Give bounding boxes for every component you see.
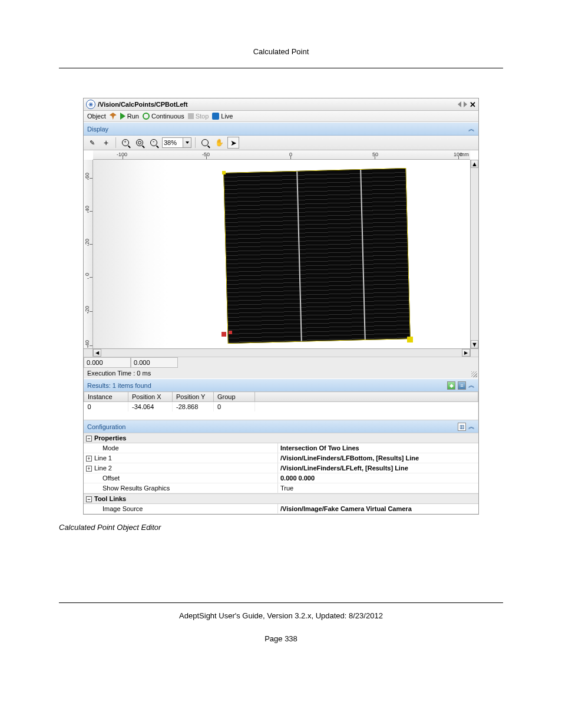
zoom-combo[interactable] [162, 137, 191, 148]
next-icon[interactable] [464, 101, 467, 107]
columns-icon[interactable]: ≡ [458, 381, 466, 390]
prop-key: +Line 2 [84, 463, 278, 473]
close-icon[interactable]: ✕ [470, 100, 476, 109]
expand-icon[interactable]: + [86, 466, 92, 472]
object-label: Object [87, 113, 106, 120]
scroll-right-icon[interactable]: ▶ [462, 349, 470, 357]
ruler-vertical: 60- 40- 20- 0- -20- -40- [84, 160, 93, 348]
vertical-scrollbar[interactable]: ▲ ▼ [470, 160, 478, 348]
col-position-y[interactable]: Position Y [173, 392, 214, 402]
coord-status: 0.000 0.000 [84, 357, 478, 368]
doc-header: Calculated Point [59, 47, 503, 68]
crosshair-button[interactable]: + [100, 137, 112, 149]
stop-label: Stop [196, 113, 209, 120]
prop-offset[interactable]: Offset 0.000 0.000 [84, 473, 478, 483]
cell-position-y: -28.868 [173, 402, 214, 412]
continuous-icon [143, 113, 150, 120]
ruler-tick: 50 [372, 151, 378, 157]
prop-value[interactable]: True [278, 483, 478, 493]
col-instance[interactable]: Instance [84, 392, 128, 402]
editor-window: ✳ /Vision/CalcPoints/CPBotLeft ✕ Object … [83, 98, 479, 515]
panel-icon[interactable]: ▥ [458, 423, 466, 431]
col-position-x[interactable]: Position X [128, 392, 173, 402]
chevron-up-icon: ︽ [468, 124, 475, 133]
tools-button[interactable]: ✎ [86, 137, 98, 149]
prop-line1[interactable]: +Line 1 /Vision/LineFinders/LFBottom, [R… [84, 453, 478, 463]
scroll-down-icon[interactable]: ▼ [471, 340, 478, 348]
zoom-input[interactable] [163, 139, 183, 146]
page-number: Page 338 [59, 634, 503, 643]
export-icon[interactable]: ◆ [447, 381, 455, 390]
prop-mode[interactable]: Mode Intersection Of Two Lines [84, 443, 478, 453]
collapse-icon[interactable]: − [86, 496, 92, 502]
prop-image-source[interactable]: Image Source /Vision/Image/Fake Camera V… [84, 504, 478, 514]
prop-show-results-graphics[interactable]: Show Results Graphics True [84, 483, 478, 493]
category-tool-links[interactable]: −Tool Links [84, 493, 478, 504]
prop-value[interactable]: Intersection Of Two Lines [278, 443, 478, 453]
figure-caption: Calculated Point Object Editor [59, 523, 503, 532]
zoom-fit-button[interactable] [134, 137, 146, 149]
prop-key: Mode [84, 443, 278, 453]
continuous-label: Continuous [151, 113, 184, 120]
result-point-marker [229, 331, 232, 334]
corner-marker [222, 171, 226, 174]
prop-key: Image Source [84, 504, 278, 513]
result-point-marker [222, 332, 226, 337]
prev-icon[interactable] [458, 101, 461, 107]
category-properties[interactable]: −Properties [84, 433, 478, 443]
prop-key: Offset [84, 473, 278, 483]
display-toolbar: ✎ + ✋ ➤ [84, 136, 478, 150]
prop-value[interactable]: /Vision/LineFinders/LFBottom, [Results] … [278, 453, 478, 463]
configuration-section-header[interactable]: Configuration ▥ ︽ [84, 420, 478, 433]
live-button[interactable]: Live [212, 113, 233, 120]
exec-time-label: Execution Time : 0 ms [87, 370, 151, 377]
zoom-dropdown-icon[interactable] [183, 138, 191, 147]
run-label: Run [127, 113, 139, 120]
main-toolbar: Object Run Continuous Stop Live [84, 111, 478, 122]
zoom-fit-icon [136, 139, 143, 146]
zoom-in-button[interactable] [120, 137, 131, 149]
prop-value[interactable]: /Vision/Image/Fake Camera Virtual Camera [278, 504, 478, 513]
expand-icon[interactable]: + [86, 456, 92, 462]
ruler-tick: -100 [117, 151, 127, 157]
prop-line2[interactable]: +Line 2 /Vision/LineFinders/LFLeft, [Res… [84, 463, 478, 473]
configuration-label: Configuration [87, 423, 125, 430]
magnifier-icon [201, 139, 209, 146]
scroll-left-icon[interactable]: ◀ [93, 349, 101, 357]
scroll-up-icon[interactable]: ▲ [471, 160, 478, 168]
display-section-header[interactable]: Display ︽ [84, 122, 478, 136]
col-group[interactable]: Group [214, 392, 255, 402]
prop-key: +Line 1 [84, 453, 278, 463]
run-button[interactable]: Run [120, 113, 139, 120]
zoom-in-icon [122, 139, 129, 146]
chevron-up-icon: ︽ [468, 381, 475, 390]
ruler-unit: mm [460, 151, 469, 157]
cell-group: 0 [214, 402, 255, 412]
pan-button[interactable]: ✋ [213, 137, 225, 149]
prop-key: Show Results Graphics [84, 483, 278, 493]
continuous-button[interactable]: Continuous [143, 113, 184, 120]
image-canvas[interactable] [93, 160, 470, 348]
prop-value[interactable]: 0.000 0.000 [278, 473, 478, 483]
live-icon [212, 113, 219, 120]
status-y: 0.000 [131, 357, 178, 368]
stop-button[interactable]: Stop [188, 113, 209, 120]
corner-marker [407, 337, 413, 342]
results-table: Instance Position X Position Y Group 0 -… [84, 391, 478, 420]
zoom-out-button[interactable] [148, 137, 160, 149]
window-title: /Vision/CalcPoints/CPBotLeft [98, 101, 458, 108]
table-row[interactable]: 0 -34.064 -28.868 0 [84, 402, 478, 412]
ruler-horizontal: -100 -50 0 50 100 mm [93, 150, 470, 160]
horizontal-scrollbar[interactable]: ◀ ▶ [93, 348, 470, 357]
collapse-icon[interactable]: − [86, 436, 92, 442]
pointer-button[interactable]: ➤ [227, 137, 239, 149]
col-spacer [255, 392, 478, 402]
zoom-region-button[interactable] [199, 137, 211, 149]
live-label: Live [221, 113, 233, 120]
object-pin-button[interactable] [110, 113, 117, 120]
prop-value[interactable]: /Vision/LineFinders/LFLeft, [Results] Li… [278, 463, 478, 473]
status-x: 0.000 [84, 357, 131, 368]
results-section-header[interactable]: Results: 1 items found ◆ ≡ ︽ [84, 378, 478, 391]
chevron-up-icon: ︽ [468, 422, 475, 431]
resize-grip-icon[interactable] [471, 371, 477, 377]
